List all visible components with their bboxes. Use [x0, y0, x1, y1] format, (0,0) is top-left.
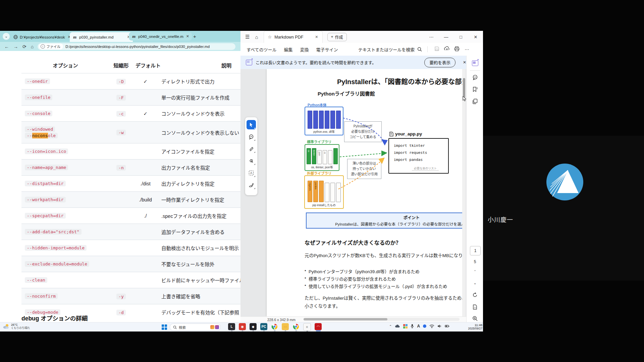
volume-icon[interactable] — [437, 324, 442, 328]
notepad-taskbar-icon[interactable]: ≡ — [303, 323, 311, 331]
option-cell: --noconfirm — [21, 288, 109, 304]
page-up-icon[interactable]: ⌃ — [467, 269, 483, 274]
forward-icon[interactable]: → — [13, 44, 18, 49]
widgets-icon[interactable] — [403, 324, 408, 328]
menu-item[interactable]: すべてのツール — [247, 46, 277, 53]
tab-close-icon[interactable]: ✕ — [315, 35, 318, 39]
reload-icon[interactable]: ⟳ — [22, 44, 26, 49]
menu-item[interactable]: 電子サイン — [316, 46, 338, 53]
close-icon[interactable]: ✕ — [468, 35, 483, 40]
pen-battery-icon[interactable] — [445, 324, 449, 328]
weather-icon — [3, 323, 9, 329]
current-page-input[interactable]: 1 — [470, 246, 481, 255]
browser-tab[interactable]: D:¥projects¥lessons¥desktop-u✕ — [10, 32, 73, 42]
page-dimensions-label: 228.6 x 342.9 mm — [267, 318, 296, 322]
actual-size-icon[interactable]: 1:1 — [467, 304, 483, 311]
back-icon[interactable]: ← — [4, 44, 9, 49]
option-code: --icon=icon.ico — [25, 148, 68, 154]
system-tray[interactable]: ⌃ A — [389, 324, 449, 328]
draw-tool[interactable] — [247, 156, 256, 166]
zoom-in-icon[interactable] — [467, 316, 483, 322]
code-app-taskbar-icon[interactable]: PC — [260, 323, 267, 330]
running-indicator — [295, 330, 297, 331]
option-cell: --clean — [21, 272, 109, 288]
document-tab[interactable]: ☆ Markdown PDF ✕ — [264, 31, 323, 43]
print-icon[interactable] — [452, 46, 462, 52]
menu-item[interactable]: 編集 — [284, 46, 293, 53]
table-row: --hidden-import=module自動検出されないモジュールを明示 — [21, 240, 240, 256]
tab-title: p030_pyinstaller.md — [79, 35, 124, 39]
fill-sign-tool[interactable] — [247, 180, 256, 190]
address-input[interactable]: i ファイル D:/projects/lessons/desktop-ui-le… — [38, 43, 235, 50]
desc-cell: 一時作業ディレクトリを指定 — [158, 192, 240, 208]
page-down-icon[interactable]: ⌄ — [467, 281, 483, 285]
option-code: --add-data="src;dst" — [25, 229, 82, 235]
start-button[interactable] — [162, 324, 167, 330]
taskbar-weather-widget[interactable]: 26°C くもりのち晴れ — [3, 323, 30, 330]
hamburger-menu-icon[interactable]: ☰ — [245, 34, 250, 40]
mic-icon[interactable] — [411, 324, 414, 328]
table-row: --icon=icon.icoアイコンファイルを指定 — [21, 143, 240, 160]
browser-tab[interactable]: mp040_onedir_vs_onefile.md✕ — [129, 32, 192, 41]
taskbar-search[interactable]: 検索 — [170, 323, 221, 331]
tray-chevron-icon[interactable]: ⌃ — [389, 324, 392, 328]
option-cell: --icon=icon.ico — [21, 143, 109, 160]
maximize-icon[interactable]: □ — [453, 35, 468, 40]
browser-app-taskbar-icon[interactable] — [292, 323, 300, 330]
acrobat-home-icon[interactable]: ⌂ — [255, 34, 258, 40]
vertical-scrollbar[interactable] — [462, 69, 466, 316]
file-explorer-taskbar-icon[interactable]: ▭ — [282, 323, 289, 330]
tab-search-chevron-icon[interactable]: ⌄ — [3, 33, 10, 40]
menu-item[interactable]: 変換 — [300, 46, 309, 53]
search-tools[interactable]: テキストまたはツールを検索 — [358, 46, 422, 53]
browser-tab[interactable]: mp030_pyinstaller.md✕ — [70, 32, 133, 42]
create-button[interactable]: + 作成 — [327, 33, 347, 41]
comment-tool[interactable] — [247, 132, 256, 141]
capture-tool-taskbar-icon[interactable]: L — [228, 323, 235, 330]
dark-app-taskbar-icon[interactable]: ◆ — [250, 323, 257, 330]
tab-close-icon[interactable]: ✕ — [186, 34, 189, 39]
toolbar-more-icon[interactable]: ⋯ — [462, 47, 472, 52]
show-summary-button[interactable]: 要約を表示 — [424, 58, 455, 67]
ime-mode-icon[interactable]: A — [417, 324, 420, 328]
notification-text: これは長い文書のようです。要約を読んで時間を節約できます。 — [256, 59, 376, 66]
file-protocol-badge[interactable]: i ファイル — [39, 43, 63, 50]
point-box: ポイント PyInstallerは、図書館から必要な本（ライブラリ）の必要な部分… — [306, 213, 462, 229]
onedrive-icon[interactable] — [395, 324, 400, 328]
default-cell: ./ — [133, 208, 158, 224]
textbox-tool[interactable]: A — [247, 168, 256, 178]
hscrollbar-thumb[interactable] — [304, 318, 387, 320]
option-cell: --workpath=dir — [21, 192, 109, 208]
taskbar-clock[interactable]: 11:48 2025/09/27 — [465, 323, 482, 330]
media-app-taskbar-icon[interactable]: ◉ — [239, 323, 246, 330]
spine-label: os — [308, 150, 310, 152]
desc-cell: ディレクトリ形式で出力 — [158, 73, 240, 89]
more-options-icon[interactable]: ⋯ — [424, 35, 439, 40]
page-thumbnails-icon[interactable] — [467, 99, 483, 106]
minimize-icon[interactable]: — — [439, 35, 453, 40]
horizontal-scrollbar[interactable] — [304, 318, 460, 321]
save-icon[interactable] — [432, 46, 442, 52]
select-tool[interactable] — [247, 120, 256, 129]
new-tab-button[interactable]: + — [193, 34, 196, 39]
ai-assistant-panel-icon[interactable] — [467, 60, 483, 67]
chrome-taskbar-icon[interactable] — [271, 323, 278, 330]
running-indicator — [284, 330, 286, 331]
acrobat-taskbar-icon[interactable]: ◠ — [315, 323, 322, 330]
upload-cloud-icon[interactable] — [442, 46, 452, 52]
star-icon[interactable]: ☆ — [268, 35, 272, 40]
bookmarks-panel-icon[interactable] — [467, 86, 483, 94]
highlight-tool[interactable] — [247, 144, 256, 154]
wifi-icon[interactable] — [429, 324, 434, 328]
spine-label: pandas — [314, 182, 317, 189]
short-cell: -n — [109, 160, 133, 176]
home-icon[interactable]: ⌂ — [31, 44, 34, 49]
notification-close-icon[interactable]: ✕ — [463, 60, 466, 65]
callout-line: 持っていかない — [351, 166, 378, 172]
scrollbar-thumb[interactable] — [463, 78, 465, 98]
running-indicator — [252, 330, 254, 331]
running-indicator — [316, 330, 321, 331]
callout-line: コピーして集める — [350, 134, 376, 140]
comments-panel-icon[interactable] — [467, 74, 483, 81]
rotate-refresh-icon[interactable] — [467, 292, 483, 299]
